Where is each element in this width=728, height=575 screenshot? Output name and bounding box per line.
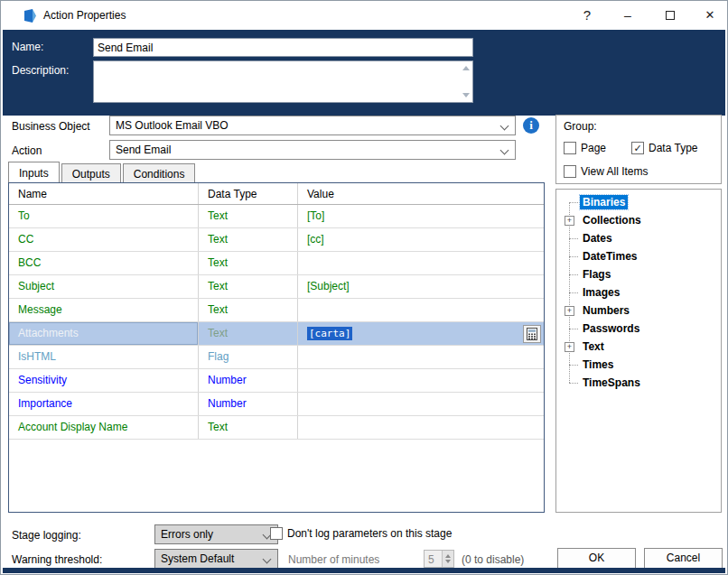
table-row[interactable]: MessageText — [9, 299, 544, 322]
tab-strip: InputsOutputsConditions — [8, 162, 197, 182]
checkbox-page[interactable]: Page — [564, 142, 606, 154]
header-name: Name — [9, 183, 199, 204]
chevron-down-icon — [500, 122, 509, 131]
param-name: CC — [9, 228, 199, 251]
param-value[interactable] — [298, 252, 544, 274]
warning-threshold-label: Warning threshold: — [12, 553, 102, 566]
tree-item-collections[interactable]: +Collections — [556, 211, 721, 229]
cancel-button[interactable]: Cancel — [644, 548, 723, 569]
scroll-up-icon[interactable] — [462, 66, 470, 70]
tree-item-binaries[interactable]: Binaries — [556, 193, 721, 211]
table-row[interactable]: ToText[To] — [9, 205, 544, 228]
param-name: BCC — [9, 252, 199, 274]
stage-logging-dropdown[interactable]: Errors only — [154, 524, 278, 544]
business-object-value: MS Outlook Email VBO — [116, 119, 229, 132]
param-name: Subject — [9, 275, 199, 298]
inputs-table: Name Data Type Value ToText[To]CCText[cc… — [8, 182, 545, 513]
tree-item-dates[interactable]: Dates — [556, 229, 721, 247]
title-bar: Action Properties ? – ✕ — [1, 1, 727, 30]
tree-item-label: Passwords — [580, 321, 642, 336]
tree-item-times[interactable]: Times — [556, 356, 721, 374]
param-value[interactable] — [298, 299, 544, 321]
param-value[interactable] — [298, 416, 544, 439]
param-value[interactable] — [298, 346, 544, 368]
chevron-down-icon — [263, 555, 272, 564]
business-object-dropdown[interactable]: MS Outlook Email VBO — [109, 116, 516, 135]
param-name: Attachments — [9, 322, 199, 345]
checkbox-data-type[interactable]: ✓Data Type — [631, 142, 697, 154]
param-data-type: Text — [199, 252, 298, 274]
group-panel: Group: Page✓Data TypeView All Items — [555, 115, 722, 184]
tree-item-numbers[interactable]: +Numbers — [556, 301, 721, 320]
warning-threshold-dropdown[interactable]: System Default — [154, 549, 278, 569]
param-value[interactable]: [cc] — [298, 228, 544, 251]
maximize-button[interactable] — [657, 5, 684, 26]
table-row[interactable]: BCCText — [9, 252, 544, 275]
expression-editor-button[interactable] — [523, 325, 541, 343]
spinner-arrows[interactable] — [442, 551, 453, 567]
table-row[interactable]: ImportanceNumber — [9, 393, 544, 416]
param-value[interactable]: [Subject] — [298, 275, 544, 298]
plus-expander-icon[interactable]: + — [565, 216, 574, 226]
param-value[interactable]: [carta] — [298, 322, 544, 345]
minutes-spinner[interactable]: 5 — [424, 550, 454, 568]
table-header: Name Data Type Value — [9, 183, 544, 205]
group-title: Group: — [564, 120, 597, 133]
ok-button[interactable]: OK — [557, 548, 636, 569]
bottom-border — [3, 568, 725, 573]
tree-item-passwords[interactable]: Passwords — [556, 320, 721, 338]
selected-value-text: [carta] — [307, 327, 352, 340]
plus-expander-icon[interactable]: + — [565, 306, 574, 316]
action-label: Action — [12, 144, 42, 157]
table-row[interactable]: IsHTMLFlag — [9, 346, 544, 369]
spin-down-icon — [445, 560, 451, 563]
tree-item-timespans[interactable]: TimeSpans — [556, 374, 721, 392]
checkbox-label: View All Items — [581, 165, 648, 178]
tab-conditions[interactable]: Conditions — [123, 163, 196, 182]
checkbox-view-all-items[interactable]: View All Items — [564, 165, 648, 178]
action-value: Send Email — [116, 144, 171, 156]
param-value[interactable] — [298, 369, 544, 392]
param-value[interactable] — [298, 393, 544, 415]
param-value[interactable]: [To] — [298, 205, 544, 227]
help-button[interactable]: ? — [574, 5, 601, 26]
table-row[interactable]: SubjectText[Subject] — [9, 275, 544, 299]
tree-item-label: Numbers — [580, 303, 632, 318]
table-row[interactable]: Account Display NameText — [9, 416, 544, 440]
tab-inputs[interactable]: Inputs — [8, 162, 60, 182]
table-row[interactable]: CCText[cc] — [9, 228, 544, 252]
tree-item-flags[interactable]: Flags — [556, 265, 721, 283]
tree-item-datetimes[interactable]: DateTimes — [556, 247, 721, 265]
action-dropdown[interactable]: Send Email — [109, 140, 516, 160]
scroll-down-icon[interactable] — [462, 93, 470, 97]
param-data-type: Text — [199, 322, 298, 345]
close-button[interactable]: ✕ — [696, 5, 723, 26]
tree-item-label: Binaries — [580, 195, 628, 209]
tree-item-label: Collections — [580, 213, 644, 227]
tree-item-label: Text — [580, 339, 607, 354]
param-name: To — [9, 205, 199, 227]
info-icon[interactable]: i — [523, 117, 539, 134]
table-row[interactable]: SensitivityNumber — [9, 369, 544, 393]
param-data-type: Text — [199, 205, 298, 227]
plus-expander-icon[interactable]: + — [565, 342, 574, 352]
name-input[interactable] — [93, 38, 473, 57]
tree-item-images[interactable]: Images — [556, 283, 721, 301]
stage-logging-label: Stage logging: — [12, 529, 81, 542]
table-row[interactable]: AttachmentsText[carta] — [9, 322, 544, 346]
dont-log-checkbox[interactable]: Don't log parameters on this stage — [270, 527, 452, 540]
checkbox-icon — [564, 165, 576, 178]
description-input[interactable] — [96, 63, 458, 100]
minimize-button[interactable]: – — [614, 5, 641, 26]
tree-item-label: Dates — [580, 231, 615, 246]
param-data-type: Text — [199, 416, 298, 439]
tree-item-label: Times — [580, 357, 616, 372]
spin-up-icon — [445, 554, 451, 558]
tab-outputs[interactable]: Outputs — [61, 163, 121, 182]
description-field[interactable] — [93, 60, 473, 103]
business-object-label: Business Object — [12, 120, 90, 133]
header-value: Value — [298, 183, 544, 204]
tree-item-text[interactable]: +Text — [556, 338, 721, 356]
tree-stub-line — [569, 256, 578, 257]
number-of-minutes-label: Number of minutes — [288, 553, 379, 566]
